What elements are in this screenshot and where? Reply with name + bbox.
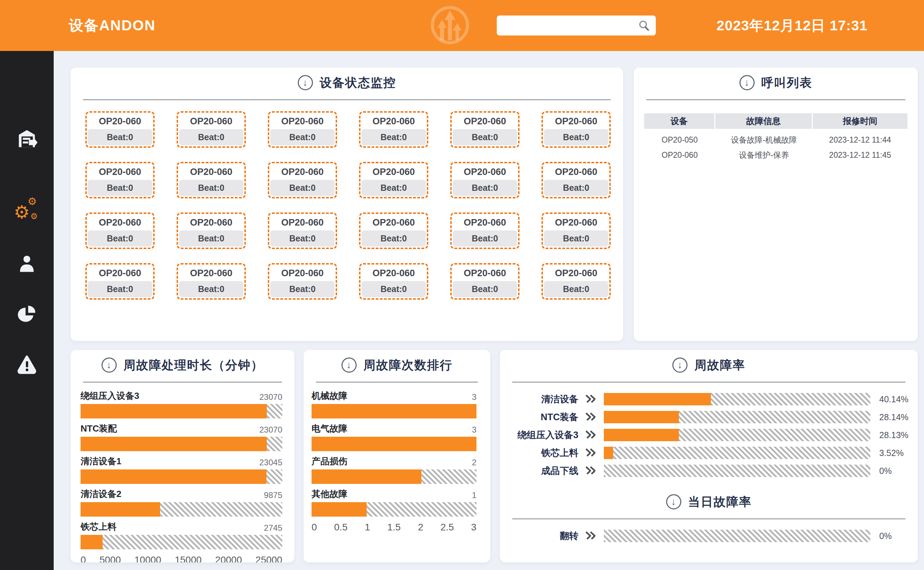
device-card[interactable]: OP20-060Beat:0 (268, 111, 337, 148)
device-card[interactable]: OP20-060Beat:0 (177, 213, 246, 249)
fault-rate-panel: ↓ 周故障率 清洁设备40.14%NTC装备28.14%绕组压入设备328.13… (500, 350, 918, 562)
search-box (497, 15, 656, 35)
dotted-arrow-icon (578, 466, 604, 476)
device-card[interactable]: OP20-060Beat:0 (359, 213, 428, 249)
panel-title: 周故障次数排行 (364, 357, 453, 373)
device-name: OP20-060 (544, 113, 608, 129)
sidebar-item-alerts[interactable] (14, 351, 40, 377)
bar-head: NTC装配23070 (81, 424, 282, 435)
device-card[interactable]: OP20-060Beat:0 (268, 263, 337, 300)
search-input[interactable] (504, 15, 637, 35)
device-beat: Beat:0 (88, 230, 152, 247)
bar-group: 铁芯上料2745 (81, 522, 282, 549)
call-table-header: 设备故障信息报修时间 (644, 113, 907, 129)
bar-label: 铁芯上料 (81, 521, 116, 533)
bar-fill (81, 469, 266, 484)
device-name: OP20-060 (88, 215, 152, 230)
sidebar-item-stats[interactable] (14, 301, 40, 327)
bar-head: 其他故障1 (312, 489, 476, 500)
rate-track (604, 447, 870, 459)
rate-row: 成品下线0% (500, 464, 918, 477)
call-table-body: OP20-050设备故障-机械故障2023-12-12 11:44OP20-06… (644, 132, 907, 162)
bar-label: 电气故障 (312, 423, 347, 435)
count-axis: 00.511.522.53 (312, 522, 476, 533)
bar-track (312, 502, 476, 516)
device-name: OP20-060 (179, 164, 243, 180)
device-card[interactable]: OP20-060Beat:0 (86, 111, 155, 148)
device-name: OP20-060 (179, 113, 243, 129)
bar-label: 机械故障 (312, 390, 347, 402)
device-name: OP20-060 (270, 113, 335, 129)
bar-fill (312, 437, 476, 451)
bar-label: 其他故障 (312, 488, 347, 500)
divider (316, 382, 478, 383)
bar-head: 清洁设备123045 (81, 457, 282, 467)
device-card[interactable]: OP20-060Beat:0 (450, 263, 520, 300)
device-card[interactable]: OP20-060Beat:0 (359, 263, 428, 300)
device-beat: Beat:0 (453, 129, 517, 146)
call-table-row[interactable]: OP20-060设备维护-保养2023-12-12 11:45 (644, 147, 907, 162)
panel-title: 周故障处理时长（分钟） (124, 357, 264, 373)
device-name: OP20-060 (179, 265, 243, 281)
device-beat: Beat:0 (88, 281, 152, 297)
rate-track (604, 411, 870, 423)
device-card[interactable]: OP20-060Beat:0 (359, 162, 428, 198)
device-card[interactable]: OP20-060Beat:0 (268, 213, 337, 249)
device-card[interactable]: OP20-060Beat:0 (542, 162, 611, 198)
circle-down-icon: ↓ (739, 75, 755, 90)
device-card[interactable]: OP20-060Beat:0 (542, 213, 611, 249)
device-beat: Beat:0 (361, 129, 426, 146)
call-header-cell: 故障信息 (715, 113, 813, 129)
device-beat: Beat:0 (179, 129, 243, 146)
device-card[interactable]: OP20-060Beat:0 (450, 111, 520, 148)
device-card[interactable]: OP20-060Beat:0 (86, 263, 155, 300)
datetime-display: 2023年12月12日 17:31 (716, 16, 867, 35)
sidebar-item-workshop[interactable] (14, 126, 40, 152)
divider (83, 382, 282, 383)
week-duration-panel: ↓ 周故障处理时长（分钟） 绕组压入设备323070NTC装配23070清洁设备… (70, 350, 294, 562)
search-icon[interactable] (637, 18, 651, 32)
rate-label: 绕组压入设备3 (500, 429, 578, 441)
device-card[interactable]: OP20-060Beat:0 (177, 263, 246, 300)
panel-header: ↓ 当日故障率 (500, 487, 918, 509)
divider (646, 99, 906, 100)
device-card[interactable]: OP20-060Beat:0 (177, 111, 246, 148)
device-card[interactable]: OP20-060Beat:0 (86, 213, 155, 249)
device-card[interactable]: OP20-060Beat:0 (450, 162, 520, 198)
bar-group: 电气故障3 (312, 424, 476, 451)
device-card[interactable]: OP20-060Beat:0 (86, 162, 155, 198)
axis-tick: 0 (81, 555, 86, 562)
rate-row: 清洁设备40.14% (500, 393, 918, 405)
growth-arrows-logo-icon (429, 5, 471, 46)
device-name: OP20-060 (544, 265, 608, 281)
rate-row: 铁芯上料3.52% (500, 447, 918, 459)
dotted-arrow-icon (578, 531, 604, 541)
bar-value: 9875 (264, 490, 282, 500)
rate-value: 28.13% (879, 430, 909, 440)
bar-label: NTC装配 (81, 423, 117, 435)
rate-value: 3.52% (879, 448, 904, 458)
rate-label: 铁芯上料 (500, 447, 578, 459)
device-card[interactable]: OP20-060Beat:0 (359, 111, 428, 148)
bar-value: 3 (472, 392, 476, 402)
rate-label: 翻转 (500, 530, 578, 542)
bar-head: 铁芯上料2745 (81, 522, 282, 533)
device-card[interactable]: OP20-060Beat:0 (268, 162, 337, 198)
device-name: OP20-060 (88, 265, 152, 281)
rate-row: 翻转0% (500, 530, 918, 542)
bar-track (312, 469, 476, 484)
device-card[interactable]: OP20-060Beat:0 (450, 213, 520, 249)
device-card[interactable]: OP20-060Beat:0 (177, 162, 246, 198)
bar-track (81, 535, 282, 549)
axis-tick: 20000 (215, 555, 242, 562)
sidebar-item-users[interactable] (14, 251, 40, 277)
device-name: OP20-060 (361, 164, 426, 180)
call-table-row[interactable]: OP20-050设备故障-机械故障2023-12-12 11:44 (644, 132, 907, 147)
device-card[interactable]: OP20-060Beat:0 (542, 111, 611, 148)
call-cell: OP20-060 (644, 147, 715, 162)
bar-fill (312, 502, 367, 516)
device-card[interactable]: OP20-060Beat:0 (542, 263, 611, 300)
sidebar-item-equipment-active[interactable]: ⚙ ⚙ ⚙ (14, 196, 40, 222)
bar-group: 其他故障1 (312, 489, 476, 516)
panel-header: ↓ 周故障率 (500, 350, 918, 373)
